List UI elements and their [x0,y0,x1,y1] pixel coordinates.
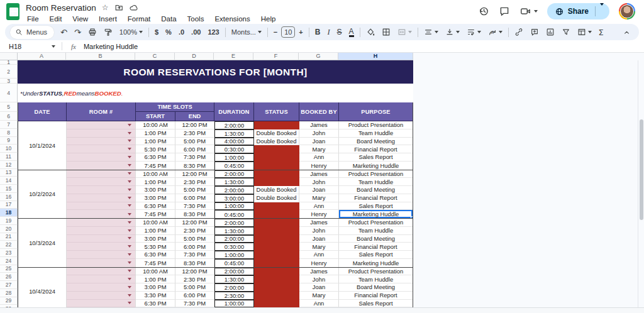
room-dropdown-icon[interactable] [128,245,131,248]
cell-booked-by[interactable]: Henry [299,210,339,218]
cell-purpose[interactable]: Product Presentation [339,170,413,178]
cell-start[interactable]: 3:30 PM [136,292,175,300]
move-folder-icon[interactable] [114,3,123,12]
cell-date[interactable]: 10/4/2024 [18,268,67,313]
cell-purpose[interactable]: Board Meeting [339,186,413,194]
room-dropdown-icon[interactable] [128,180,131,183]
row-header-10[interactable]: 10 [0,145,18,153]
cell-end[interactable]: 2:30 PM [175,275,214,283]
cell-date[interactable]: 10/2/2024 [18,170,67,219]
row-header-5[interactable]: 5 [0,102,18,112]
cell-start[interactable]: 10:00 AM [136,219,175,227]
header-start[interactable]: START [136,112,175,121]
cell-booked-by[interactable]: James [299,121,339,129]
cell-start[interactable]: 6:30 PM [136,153,175,162]
row-header-27[interactable]: 27 [0,281,18,289]
header-booked-by[interactable]: BOOKED BY [299,102,339,121]
cell-start[interactable]: 5:30 PM [136,145,175,153]
cell-start[interactable]: 10:00 AM [136,268,175,276]
row-header-1[interactable]: 1 [0,60,18,65]
row-header-11[interactable]: 11 [0,153,18,161]
cell-room[interactable] [67,162,136,170]
zoom-control[interactable]: 100% [116,27,146,37]
print-button[interactable] [85,26,100,38]
cell-booked-by[interactable]: Ann [299,300,339,308]
cell-duration[interactable]: 0:30:00 [214,145,254,153]
cell-end[interactable]: 8:30 PM [175,210,214,218]
row-header-3[interactable]: 3 [0,79,18,84]
cell-status[interactable] [254,283,299,292]
row-header-8[interactable]: 8 [0,129,18,137]
cell-purpose[interactable]: Team Huddle [339,178,413,186]
header-status[interactable]: STATUS [254,102,299,121]
cell-start[interactable]: 6:30 PM [136,202,175,211]
cell-start[interactable]: 3:00 PM [136,283,175,292]
title-banner-cell[interactable]: ROOM RESERVATIONS FOR [MONTH] [18,60,413,84]
cell-status[interactable] [254,153,299,162]
cell-purpose[interactable]: Board Meeting [339,235,413,243]
cell-room[interactable] [67,138,136,146]
row-header-7[interactable]: 7 [0,121,18,129]
menu-edit[interactable]: Edit [48,14,64,23]
version-history-icon[interactable] [478,6,489,17]
cell-purpose[interactable]: Marketing Huddle [339,210,413,218]
cell-end[interactable]: 7:30 PM [175,153,214,162]
cell-booked-by[interactable]: Henry [299,162,339,170]
cell-status[interactable] [254,268,299,276]
cell-purpose[interactable]: Team Huddle [339,227,413,235]
cell-purpose[interactable]: Financial Report [339,194,413,202]
cell-booked-by[interactable]: John [299,275,339,283]
cell-start[interactable]: 1:00 PM [136,129,175,138]
room-dropdown-icon[interactable] [128,221,131,224]
room-dropdown-icon[interactable] [128,261,131,264]
vertical-scrollbar-thumb[interactable] [640,119,643,220]
column-header-A[interactable]: A [18,53,66,60]
cell-start[interactable]: 1:00 PM [136,275,175,283]
row-header-21[interactable]: 21 [0,233,18,241]
strikethrough-button[interactable]: S [334,26,345,38]
cell-purpose[interactable]: Sales Report [339,153,413,162]
text-rotation-button[interactable]: A [485,26,506,38]
cell-booked-by[interactable]: Henry [299,259,339,267]
cell-end[interactable]: 8:30 PM [175,259,214,267]
hide-toolbar-button[interactable] [619,27,634,38]
redo-button[interactable]: ↷ [71,27,84,38]
cell-end[interactable]: 5:00 PM [175,283,214,292]
table-views-button[interactable] [574,26,595,38]
cell-room[interactable] [67,145,136,153]
cell-booked-by[interactable]: Joan [299,138,339,146]
cell-room[interactable] [67,129,136,138]
row-header-22[interactable]: 22 [0,241,18,249]
cell-room[interactable] [67,259,136,267]
cell-room[interactable] [67,202,136,211]
decrease-decimals-button[interactable]: .0 [175,27,187,37]
cell-room[interactable] [67,268,136,276]
row-header-19[interactable]: 19 [0,217,18,225]
cell-booked-by[interactable]: John [299,227,339,235]
star-icon[interactable]: ☆ [102,4,109,11]
cell-duration[interactable]: 1:30:00 [214,178,254,186]
cell-status[interactable] [254,227,299,235]
name-box[interactable]: H18 [0,43,60,50]
cell-date[interactable]: 10/3/2024 [18,219,67,267]
row-header-16[interactable]: 16 [0,193,18,201]
cell-status[interactable]: Double Booked [254,138,299,146]
header-date[interactable]: DATE [18,102,67,121]
room-dropdown-icon[interactable] [128,204,131,207]
cell-booked-by[interactable]: Mary [299,243,339,251]
room-dropdown-icon[interactable] [128,229,131,232]
bold-button[interactable]: B [312,26,324,38]
row-header-28[interactable]: 28 [0,289,18,297]
cell-status[interactable] [254,162,299,170]
cell-purpose[interactable]: Sales Report [339,202,413,211]
cell-end[interactable]: 5:00 PM [175,138,214,146]
cell-booked-by[interactable]: Ann [299,251,339,259]
room-dropdown-icon[interactable] [128,237,131,239]
room-dropdown-icon[interactable] [128,302,131,304]
cell-start[interactable]: 3:00 PM [136,194,175,202]
cell-duration[interactable]: 2:00:00 [214,121,254,129]
avatar[interactable] [619,3,635,19]
cell-end[interactable]: 12:00 PM [175,268,214,276]
cell-purpose[interactable]: Team Huddle [339,129,413,138]
cell-duration[interactable]: 0:45:00 [214,259,254,267]
